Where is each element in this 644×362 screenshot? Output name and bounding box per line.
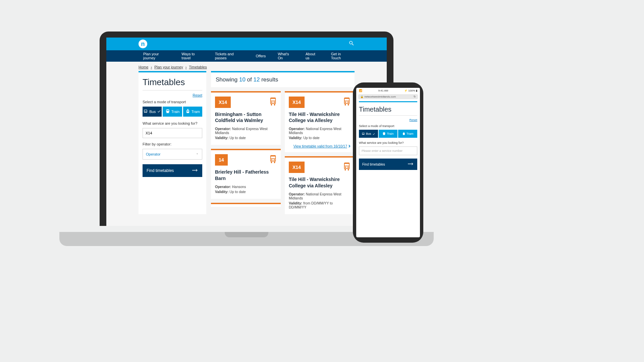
find-timetables-button[interactable]: Find timetables bbox=[359, 159, 417, 170]
route-title: Brierley Hill - Fatherless Barn bbox=[215, 169, 277, 181]
page-title: Timetables bbox=[359, 106, 417, 113]
view-timetable-link[interactable]: View timetable valid from 16/10/17 bbox=[293, 144, 351, 148]
mode-bus[interactable]: Bus bbox=[359, 130, 378, 138]
lock-icon: 🔒 networkwestmidlands.com bbox=[360, 95, 396, 98]
reload-icon[interactable]: ↻ bbox=[414, 95, 416, 98]
page-title: Timetables bbox=[143, 77, 202, 87]
chevron-right-icon: › bbox=[151, 65, 152, 69]
route-badge: X14 bbox=[215, 97, 231, 108]
arrow-right-icon bbox=[408, 162, 414, 166]
tram-icon bbox=[185, 109, 190, 114]
status-bar: 📶 9:41 AM ⚡ 100% ▮ bbox=[356, 88, 420, 94]
mode-label: Select a mode of transport bbox=[143, 100, 202, 104]
bus-icon bbox=[343, 97, 351, 107]
phone-mockup: 📶 9:41 AM ⚡ 100% ▮ 🔒 networkwestmidlands… bbox=[353, 82, 423, 243]
breadcrumb-link[interactable]: Timetables bbox=[189, 65, 207, 69]
nav-item[interactable]: Ways to travel bbox=[181, 52, 203, 60]
timetable-card[interactable]: X14 Tile Hill - Warwickshire College via… bbox=[285, 156, 355, 214]
route-badge: X14 bbox=[289, 162, 305, 173]
operator-select[interactable]: Operator bbox=[143, 149, 202, 160]
breadcrumb: Home › Plan your journey › Timetables bbox=[106, 62, 387, 71]
service-input[interactable] bbox=[143, 128, 202, 138]
laptop-screen: n Plan your journey Ways to travel Ticke… bbox=[100, 32, 393, 226]
timetable-card[interactable]: X14 Birmingham - Sutton Coldfield via Wa… bbox=[211, 91, 281, 145]
bus-icon bbox=[143, 109, 148, 114]
mode-tram[interactable]: Tram bbox=[183, 107, 202, 117]
timetable-card[interactable]: 14 Brierley Hill - Fatherless Barn Opera… bbox=[211, 149, 281, 198]
nav-item[interactable]: Plan your journey bbox=[143, 52, 169, 60]
mode-bus[interactable]: Bus bbox=[143, 107, 162, 117]
filter-sidebar: Timetables Reset Select a mode of transp… bbox=[139, 71, 206, 214]
route-title: Tile Hill - Warwickshire College via All… bbox=[289, 111, 351, 123]
mode-tram[interactable]: Tram bbox=[398, 130, 417, 138]
reset-link[interactable]: Reset bbox=[359, 118, 417, 122]
service-label: What service are you looking for? bbox=[143, 121, 202, 125]
nav-item[interactable]: Tickets and passes bbox=[215, 52, 244, 60]
find-timetables-button[interactable]: Find timetables bbox=[143, 164, 202, 177]
signal-icon: 📶 bbox=[359, 89, 362, 92]
results-heading: Showing 10 of 12 results bbox=[211, 71, 355, 87]
nav-item[interactable]: What's On bbox=[278, 52, 293, 60]
reset-link[interactable]: Reset bbox=[143, 93, 202, 97]
bus-icon bbox=[269, 97, 277, 107]
route-title: Birmingham - Sutton Coldfield via Walmle… bbox=[215, 111, 277, 123]
check-icon bbox=[157, 109, 161, 114]
bus-icon bbox=[269, 155, 277, 165]
nav-item[interactable]: Offers bbox=[256, 54, 266, 58]
service-label: What service are you looking for? bbox=[359, 141, 417, 144]
results-panel: Showing 10 of 12 results X14 bbox=[211, 71, 355, 214]
desktop-viewport: n Plan your journey Ways to travel Ticke… bbox=[106, 38, 387, 226]
chevron-down-icon bbox=[196, 152, 199, 156]
service-input[interactable] bbox=[359, 146, 417, 155]
mode-train[interactable]: Train bbox=[379, 130, 398, 138]
navbar: Plan your journey Ways to travel Tickets… bbox=[106, 50, 387, 62]
laptop-notch bbox=[225, 232, 268, 237]
divider bbox=[359, 115, 417, 116]
train-icon bbox=[165, 109, 170, 114]
status-time: 9:41 AM bbox=[378, 89, 388, 92]
filter-label: Filter by operator: bbox=[143, 142, 202, 146]
nav-item[interactable]: Get in Touch bbox=[331, 52, 350, 60]
address-bar[interactable]: 🔒 networkwestmidlands.com ↻ bbox=[358, 94, 418, 99]
search-icon[interactable] bbox=[348, 40, 355, 48]
divider bbox=[143, 90, 202, 90]
route-badge: 14 bbox=[215, 154, 228, 166]
bus-icon bbox=[343, 162, 351, 172]
mode-train[interactable]: Train bbox=[163, 107, 182, 117]
route-badge: X14 bbox=[289, 97, 305, 108]
mode-label: Select a mode of transport bbox=[359, 124, 417, 128]
timetable-card[interactable]: X14 Tile Hill - Warwickshire College via… bbox=[285, 91, 355, 152]
nav-item[interactable]: About us bbox=[306, 52, 319, 60]
laptop-mockup: n Plan your journey Ways to travel Ticke… bbox=[100, 32, 393, 229]
chevron-right-icon: › bbox=[185, 65, 187, 69]
topbar: n bbox=[106, 38, 387, 50]
timetable-card[interactable] bbox=[211, 203, 281, 207]
arrow-right-icon bbox=[192, 168, 198, 173]
logo-icon[interactable]: n bbox=[139, 40, 147, 48]
chevron-right-icon bbox=[348, 144, 351, 148]
breadcrumb-link[interactable]: Home bbox=[139, 65, 148, 69]
route-title: Tile Hill - Warwickshire College via All… bbox=[289, 176, 351, 188]
breadcrumb-link[interactable]: Plan your journey bbox=[154, 65, 183, 69]
battery-icon: ⚡ 100% ▮ bbox=[404, 89, 417, 92]
mobile-viewport: 📶 9:41 AM ⚡ 100% ▮ 🔒 networkwestmidlands… bbox=[356, 88, 420, 237]
